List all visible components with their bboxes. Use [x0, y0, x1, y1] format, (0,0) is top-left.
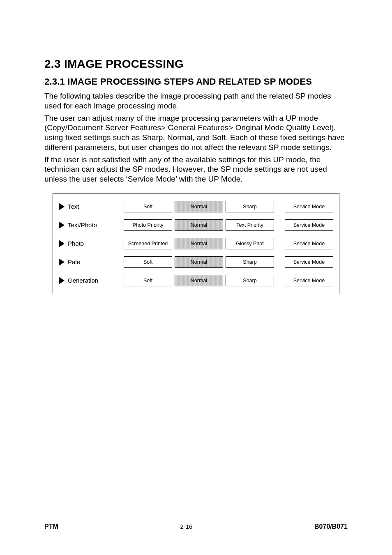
- option-box-service: Service Mode: [285, 201, 333, 212]
- option-box: Glossy Phot: [226, 238, 274, 249]
- option-box: Screened Printed: [124, 238, 172, 249]
- section-heading: 2.3 IMAGE PROCESSING: [44, 58, 348, 71]
- mode-text: Generation: [68, 277, 98, 284]
- mode-text: Pale: [68, 258, 80, 265]
- options-group: Soft Normal Sharp Service Mode: [124, 201, 333, 212]
- mode-label: Text/Photo: [59, 221, 124, 229]
- mode-text: Text/Photo: [68, 221, 97, 228]
- option-box: Text Priority: [226, 219, 274, 231]
- triangle-icon: [59, 240, 65, 247]
- options-group: Photo Priority Normal Text Priority Serv…: [124, 219, 333, 231]
- option-box-normal: Normal: [175, 219, 223, 231]
- mode-label: Generation: [59, 277, 124, 284]
- option-box: Sharp: [226, 275, 274, 286]
- triangle-icon: [59, 277, 65, 284]
- diagram-row: Pale Soft Normal Sharp Service Mode: [59, 256, 333, 268]
- footer-right: B070/B071: [314, 523, 348, 530]
- diagram-row: Photo Screened Printed Normal Glossy Pho…: [59, 238, 333, 249]
- mode-diagram: Text Soft Normal Sharp Service Mode Text…: [53, 193, 339, 294]
- option-box-normal: Normal: [175, 201, 223, 212]
- footer-center: 2-16: [180, 523, 192, 530]
- option-box: Soft: [124, 275, 172, 286]
- option-box-normal: Normal: [175, 238, 223, 249]
- triangle-icon: [59, 221, 65, 229]
- option-box: Photo Priority: [124, 219, 172, 231]
- mode-label: Photo: [59, 240, 124, 247]
- mode-text: Photo: [68, 240, 84, 247]
- mode-label: Pale: [59, 258, 124, 266]
- option-box-normal: Normal: [175, 275, 223, 286]
- options-group: Soft Normal Sharp Service Mode: [124, 256, 333, 268]
- option-box-normal: Normal: [175, 256, 223, 268]
- paragraph-1: The following tables describe the image …: [44, 91, 348, 111]
- diagram-row: Text Soft Normal Sharp Service Mode: [59, 201, 333, 212]
- option-box-service: Service Mode: [285, 275, 333, 286]
- mode-text: Text: [68, 203, 79, 210]
- options-group: Soft Normal Sharp Service Mode: [124, 275, 333, 286]
- triangle-icon: [59, 203, 65, 210]
- option-box-service: Service Mode: [285, 219, 333, 231]
- options-group: Screened Printed Normal Glossy Phot Serv…: [124, 238, 333, 249]
- triangle-icon: [59, 258, 65, 266]
- option-box-service: Service Mode: [285, 238, 333, 249]
- subsection-heading: 2.3.1 IMAGE PROCESSING STEPS AND RELATED…: [44, 76, 348, 87]
- option-box: Soft: [124, 256, 172, 268]
- option-box: Soft: [124, 201, 172, 212]
- page-footer: PTM 2-16 B070/B071: [44, 515, 348, 530]
- mode-label: Text: [59, 203, 124, 210]
- option-box-service: Service Mode: [285, 256, 333, 268]
- paragraph-2: The user can adjust many of the image pr…: [44, 113, 348, 152]
- footer-left: PTM: [44, 523, 58, 530]
- option-box: Sharp: [226, 201, 274, 212]
- diagram-row: Generation Soft Normal Sharp Service Mod…: [59, 275, 333, 286]
- diagram-row: Text/Photo Photo Priority Normal Text Pr…: [59, 219, 333, 231]
- paragraph-3: If the user is not satisfied with any of…: [44, 155, 348, 184]
- option-box: Sharp: [226, 256, 274, 268]
